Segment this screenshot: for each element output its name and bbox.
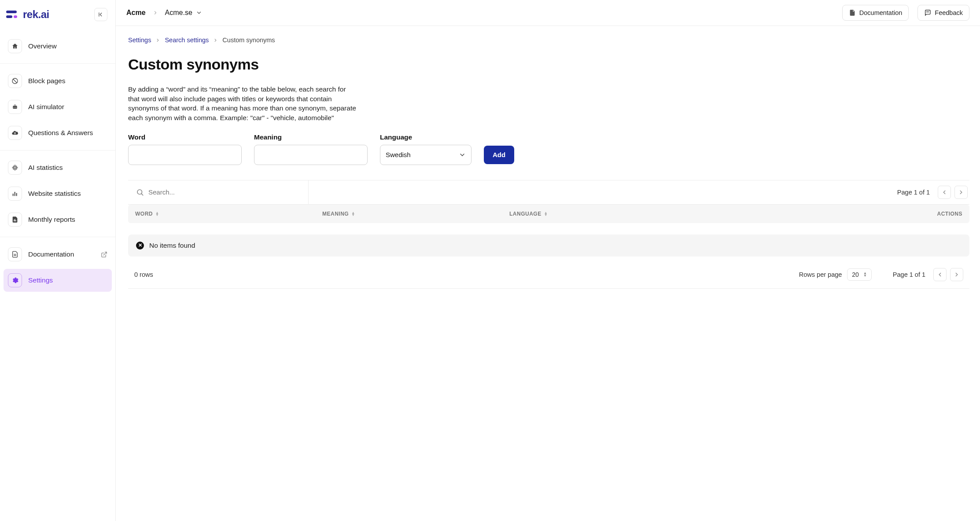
sidebar-item-monthly-reports[interactable]: Monthly reports: [4, 208, 112, 231]
synonym-form: Word Meaning Language Swedish Add: [128, 133, 969, 165]
svg-rect-18: [14, 220, 14, 221]
col-word[interactable]: WORD ▲▼: [135, 211, 322, 217]
sidebar-item-ai-statistics[interactable]: AI statistics: [4, 156, 112, 179]
topbar: Acme Acme.se Documentation Feedback: [116, 0, 980, 26]
svg-rect-17: [16, 193, 17, 196]
meaning-input[interactable]: [254, 145, 368, 165]
chevron-right-icon: [213, 38, 218, 43]
chip-icon: [8, 161, 22, 175]
svg-rect-20: [15, 220, 16, 221]
page-indicator-top: Page 1 of 1: [897, 189, 930, 196]
site-switcher[interactable]: Acme.se: [165, 9, 202, 17]
col-actions: ACTIONS: [923, 211, 962, 217]
sort-icon: ▲▼: [544, 212, 548, 216]
sort-icon: ▲▼: [155, 212, 159, 216]
chevron-right-icon: [155, 38, 160, 43]
site-name: Acme.se: [165, 9, 192, 17]
external-link-icon: [101, 251, 107, 258]
language-label: Language: [380, 133, 472, 141]
cloud-icon: [8, 126, 22, 140]
svg-rect-19: [15, 219, 15, 221]
svg-rect-8: [15, 104, 15, 106]
sidebar-item-ai-simulator[interactable]: AI simulator: [4, 95, 112, 118]
svg-rect-16: [15, 192, 15, 196]
svg-line-23: [103, 252, 107, 255]
table-footer: 0 rows Rows per page 20 ▲▼ Page 1 of 1: [128, 257, 969, 289]
feedback-button[interactable]: Feedback: [917, 5, 969, 21]
language-select[interactable]: Swedish: [380, 145, 472, 165]
meaning-label: Meaning: [254, 133, 368, 141]
empty-message: No items found: [149, 242, 195, 249]
brand-logo[interactable]: rek.ai: [6, 8, 49, 21]
sidebar-item-website-statistics[interactable]: Website statistics: [4, 182, 112, 205]
sidebar-item-label: Overview: [28, 42, 57, 50]
sidebar-item-label: AI simulator: [28, 103, 64, 111]
collapse-icon: [98, 11, 104, 18]
sidebar-header: rek.ai: [0, 0, 115, 29]
sidebar-item-label: Website statistics: [28, 190, 81, 198]
sidebar-item-label: Questions & Answers: [28, 129, 93, 137]
svg-rect-2: [14, 15, 17, 18]
sidebar-item-questions-answers[interactable]: Questions & Answers: [4, 121, 112, 144]
chevron-left-icon: [937, 272, 943, 278]
gear-icon: [8, 273, 22, 287]
rows-per-page-select[interactable]: 20 ▲▼: [847, 268, 872, 281]
breadcrumb-current: Custom synonyms: [222, 37, 275, 44]
next-page-button-bottom[interactable]: [950, 268, 963, 281]
breadcrumb: Settings Search settings Custom synonyms: [128, 37, 969, 44]
chevron-left-icon: [941, 189, 947, 195]
chevron-right-icon: [958, 189, 964, 195]
table-search[interactable]: [128, 180, 309, 204]
empty-state: ✕ No items found: [128, 235, 969, 257]
chat-icon: [924, 9, 931, 16]
error-icon: ✕: [136, 242, 144, 249]
sidebar-item-label: Settings: [28, 276, 53, 284]
sidebar-item-settings[interactable]: Settings: [4, 269, 112, 292]
page-description: By adding a “word” and its “meaning” to …: [128, 84, 357, 123]
sidebar-item-label: Block pages: [28, 77, 65, 85]
bar-chart-icon: [8, 187, 22, 201]
chevron-right-icon: [954, 272, 960, 278]
word-input[interactable]: [128, 145, 242, 165]
sidebar-item-label: Monthly reports: [28, 216, 75, 224]
sidebar-collapse-button[interactable]: [94, 8, 107, 21]
sidebar-item-overview[interactable]: Overview: [4, 35, 112, 58]
brand-name: rek.ai: [23, 8, 49, 21]
synonyms-table: Page 1 of 1 WORD ▲▼ MEANING ▲▼: [128, 180, 969, 289]
svg-rect-0: [6, 11, 17, 13]
search-icon: [136, 188, 144, 196]
col-meaning[interactable]: MEANING ▲▼: [322, 211, 509, 217]
home-icon: [8, 39, 22, 53]
chevron-down-icon: [196, 10, 202, 16]
breadcrumb-settings[interactable]: Settings: [128, 37, 151, 44]
prev-page-button[interactable]: [938, 186, 951, 199]
org-name[interactable]: Acme: [126, 9, 146, 17]
sidebar-item-label: Documentation: [28, 250, 74, 258]
report-icon: [8, 213, 22, 227]
doc-icon: [8, 247, 22, 261]
prev-page-button-bottom[interactable]: [933, 268, 947, 281]
page-indicator-bottom: Page 1 of 1: [893, 271, 925, 278]
rows-count: 0 rows: [134, 271, 153, 278]
rows-per-page-label: Rows per page: [799, 271, 842, 278]
documentation-button[interactable]: Documentation: [842, 5, 909, 21]
block-icon: [8, 74, 22, 88]
doc-icon: [849, 9, 856, 16]
svg-rect-1: [6, 15, 12, 18]
svg-line-26: [141, 194, 143, 195]
table-search-input[interactable]: [148, 188, 300, 196]
next-page-button[interactable]: [954, 186, 968, 199]
svg-rect-9: [13, 166, 17, 169]
robot-icon: [8, 100, 22, 114]
stepper-icon: ▲▼: [863, 272, 867, 277]
breadcrumb-search-settings[interactable]: Search settings: [165, 37, 209, 44]
sidebar-item-label: AI statistics: [28, 164, 63, 172]
col-language[interactable]: LANGUAGE ▲▼: [509, 211, 923, 217]
sidebar: rek.ai OverviewBlock pagesAI simulatorQu…: [0, 0, 116, 521]
sidebar-item-block-pages[interactable]: Block pages: [4, 70, 112, 92]
page-title: Custom synonyms: [128, 56, 969, 73]
svg-line-4: [13, 79, 17, 83]
svg-rect-15: [13, 194, 14, 196]
sidebar-item-documentation[interactable]: Documentation: [4, 243, 112, 266]
add-button[interactable]: Add: [484, 146, 514, 164]
